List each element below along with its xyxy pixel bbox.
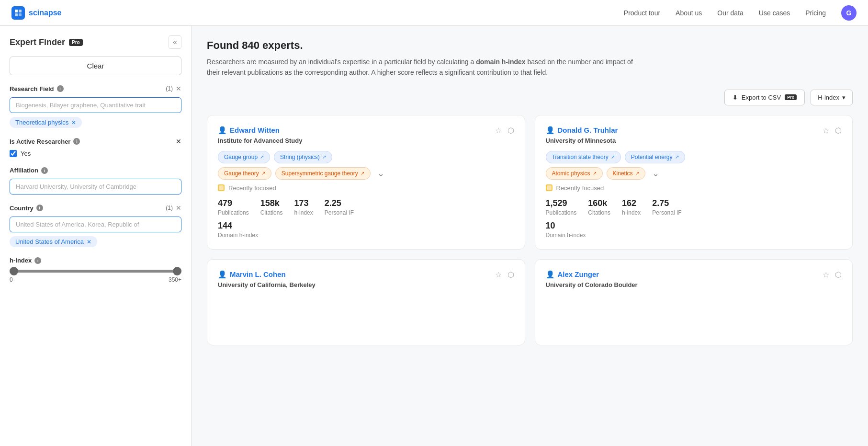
tag-potential-energy[interactable]: Potential energy ↗ <box>625 151 685 163</box>
expert-card-donald-truhlar: 👤 Donald G. Truhlar ☆ ⬡ University of Mi… <box>535 115 853 250</box>
share-button-alex-zunger[interactable]: ⬡ <box>835 270 842 279</box>
country-clear-button[interactable]: ✕ <box>176 204 181 212</box>
tag-transition-state[interactable]: Transition state theory ↗ <box>546 151 621 163</box>
share-button-donald-truhlar[interactable]: ⬡ <box>835 126 842 135</box>
research-field-clear-button[interactable]: ✕ <box>176 85 181 92</box>
expert-card-marvin-cohen: 👤 Marvin L. Cohen ☆ ⬡ University of Cali… <box>207 259 525 345</box>
slider-fill <box>10 270 181 273</box>
main-nav: Product tour About us Our data Use cases… <box>624 5 857 21</box>
h-index-info-icon[interactable]: i <box>34 257 41 264</box>
layout: Expert Finder Pro « Clear Research Field… <box>0 26 868 446</box>
tag-string-physics[interactable]: String (physics) ↗ <box>274 151 332 163</box>
slider-labels: 0 350+ <box>10 276 181 283</box>
more-tags-button-donald-truhlar[interactable]: ⌄ <box>649 167 662 180</box>
share-button-edward-witten[interactable]: ⬡ <box>507 126 514 135</box>
stat-h-index: 173 h-index <box>294 198 313 216</box>
person-icon: 👤 <box>218 126 227 135</box>
recently-focused-donald-truhlar: Recently focused <box>546 184 842 192</box>
country-input[interactable] <box>10 217 181 232</box>
nav-about[interactable]: About us <box>676 9 702 17</box>
expert-name-marvin-cohen[interactable]: 👤 Marvin L. Cohen <box>218 270 286 279</box>
tag-gauge-group[interactable]: Gauge group ↗ <box>218 151 270 163</box>
theoretical-physics-tag[interactable]: Theoretical physics ✕ <box>10 117 82 128</box>
card-top: 👤 Donald G. Truhlar ☆ ⬡ <box>546 126 842 135</box>
card-actions: ☆ ⬡ <box>823 126 842 135</box>
logo[interactable]: scinapse <box>11 6 61 20</box>
expert-name-alex-zunger[interactable]: 👤 Alex Zunger <box>546 270 599 279</box>
country-info-icon[interactable]: i <box>36 205 43 211</box>
external-link-icon: ↗ <box>611 154 615 160</box>
is-active-clear-button[interactable]: ✕ <box>176 137 181 145</box>
more-tags-button-edward-witten[interactable]: ⌄ <box>374 167 387 180</box>
nav-our-data[interactable]: Our data <box>717 9 743 17</box>
is-active-info-icon[interactable]: i <box>73 138 80 145</box>
export-csv-button[interactable]: ⬇ Export to CSV Pro <box>724 90 805 105</box>
research-field-info-icon[interactable]: i <box>57 85 64 92</box>
star-button-marvin-cohen[interactable]: ☆ <box>495 270 502 279</box>
star-button-donald-truhlar[interactable]: ☆ <box>823 126 829 135</box>
card-actions: ☆ ⬡ <box>823 270 842 279</box>
nav-use-cases[interactable]: Use cases <box>759 9 790 17</box>
h-index-header: h-index i <box>10 257 181 264</box>
country-label: Country i <box>10 205 43 212</box>
sidebar-header: Expert Finder Pro « <box>10 35 181 49</box>
collapse-button[interactable]: « <box>169 35 181 49</box>
main-content: Found 840 experts. Researchers are measu… <box>192 26 868 446</box>
h-index-slider: 0 350+ <box>10 270 181 283</box>
tags-row-blue-truhlar: Transition state theory ↗ Potential ener… <box>546 151 842 163</box>
tag-supersymmetric[interactable]: Supersymmetric gauge theory ↗ <box>275 167 371 180</box>
research-field-input[interactable] <box>10 97 181 113</box>
recently-focused-dot <box>546 184 552 191</box>
usa-tag[interactable]: United States of America ✕ <box>10 236 97 247</box>
stat-publications: 479 Publications <box>218 198 249 216</box>
is-active-checkbox-row: Yes <box>10 150 181 157</box>
yes-label[interactable]: Yes <box>21 150 31 157</box>
tag-kinetics[interactable]: Kinetics ↗ <box>607 167 645 180</box>
share-button-marvin-cohen[interactable]: ⬡ <box>507 270 514 279</box>
star-button-alex-zunger[interactable]: ☆ <box>823 270 829 279</box>
svg-rect-1 <box>19 10 22 12</box>
expert-name-donald-truhlar[interactable]: 👤 Donald G. Truhlar <box>546 126 618 135</box>
slider-thumb-right[interactable] <box>173 267 181 275</box>
recently-focused-edward-witten: Recently focused <box>218 184 514 192</box>
export-pro-badge: Pro <box>785 94 797 100</box>
logo-icon <box>11 6 25 20</box>
external-link-icon: ↗ <box>635 171 639 176</box>
is-active-checkbox[interactable] <box>10 150 17 157</box>
tag-gauge-theory[interactable]: Gauge theory ↗ <box>218 167 271 180</box>
affiliation-input[interactable] <box>10 179 181 194</box>
tags-row-orange: Gauge theory ↗ Supersymmetric gauge theo… <box>218 167 514 180</box>
theoretical-physics-remove[interactable]: ✕ <box>71 119 76 126</box>
country-count: (1) ✕ <box>166 204 181 212</box>
person-icon: 👤 <box>546 270 555 279</box>
nav-pricing[interactable]: Pricing <box>805 9 826 17</box>
download-icon: ⬇ <box>733 94 738 101</box>
research-field-header: Research Field i (1) ✕ <box>10 85 181 92</box>
tags-row-alex-zunger <box>546 295 842 309</box>
country-section: Country i (1) ✕ United States of America… <box>10 204 181 247</box>
card-top: 👤 Alex Zunger ☆ ⬡ <box>546 270 842 279</box>
tag-atomic-physics[interactable]: Atomic physics ↗ <box>546 167 603 180</box>
h-index-label: h-index i <box>10 257 41 264</box>
expert-name-edward-witten[interactable]: 👤 Edward Witten <box>218 126 280 135</box>
stat-h-index-truhlar: 162 h-index <box>622 198 641 216</box>
toolbar: ⬇ Export to CSV Pro H-index ▾ <box>207 90 853 105</box>
usa-remove[interactable]: ✕ <box>87 239 91 245</box>
chevron-down-icon: ▾ <box>842 94 845 101</box>
found-description: Researchers are measured by an individua… <box>207 57 638 78</box>
affiliation-edward-witten: Institute for Advanced Study <box>218 137 514 144</box>
stat-citations-truhlar: 160k Citations <box>588 198 610 216</box>
external-link-icon: ↗ <box>322 154 326 160</box>
nav-product-tour[interactable]: Product tour <box>624 9 660 17</box>
external-link-icon: ↗ <box>261 171 265 176</box>
star-button-edward-witten[interactable]: ☆ <box>495 126 502 135</box>
slider-thumb-left[interactable] <box>10 267 18 275</box>
tags-row-marvin-cohen <box>218 295 514 309</box>
research-field-section: Research Field i (1) ✕ Theoretical physi… <box>10 85 181 128</box>
avatar[interactable]: G <box>841 5 857 21</box>
affiliation-marvin-cohen: University of California, Berkeley <box>218 281 514 288</box>
affiliation-info-icon[interactable]: i <box>41 167 48 174</box>
clear-button[interactable]: Clear <box>10 57 181 75</box>
is-active-header: Is Active Researcher i ✕ <box>10 137 181 145</box>
sort-button[interactable]: H-index ▾ <box>811 90 853 105</box>
